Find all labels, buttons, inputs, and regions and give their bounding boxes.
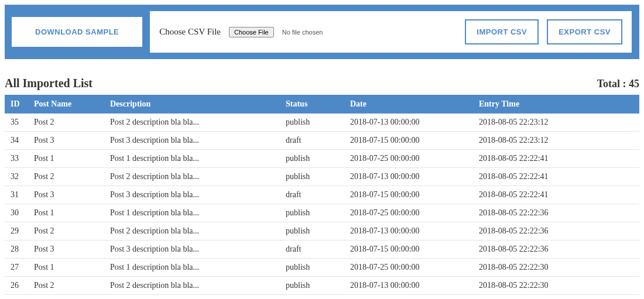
cell-date: 2018-07-13 00:00:00 — [344, 277, 473, 295]
cell-id: 26 — [5, 277, 28, 295]
cell-entry-time: 2018-08-05 22:23:12 — [473, 114, 639, 132]
col-status: Status — [280, 95, 344, 114]
table-row: 33Post 1Post 1 description bla bla...pub… — [5, 150, 639, 168]
cell-status: publish — [280, 168, 344, 186]
cell-id: 27 — [5, 259, 28, 277]
cell-entry-time: 2018-08-05 22:23:12 — [473, 132, 639, 150]
cell-post-name: Post 1 — [28, 204, 104, 222]
cell-entry-time: 2018-08-05 22:22:36 — [473, 240, 639, 259]
imported-table: ID Post Name Description Status Date Ent… — [5, 95, 639, 295]
cell-post-name: Post 3 — [28, 186, 104, 204]
cell-entry-time: 2018-08-05 22:22:41 — [473, 150, 639, 168]
cell-post-name: Post 3 — [28, 132, 104, 150]
table-row: 26Post 2Post 2 description bla bla...pub… — [5, 277, 639, 295]
cell-date: 2018-07-25 00:00:00 — [344, 259, 473, 277]
cell-date: 2018-07-13 00:00:00 — [344, 114, 473, 132]
cell-date: 2018-07-15 00:00:00 — [344, 132, 473, 150]
cell-description: Post 2 description bla bla... — [104, 114, 280, 132]
col-post-name: Post Name — [28, 95, 104, 114]
cell-post-name: Post 2 — [28, 222, 104, 240]
cell-id: 29 — [5, 222, 28, 240]
cell-id: 28 — [5, 240, 28, 259]
table-row: 35Post 2Post 2 description bla bla...pub… — [5, 114, 639, 132]
choose-file-button[interactable]: Choose File — [229, 27, 274, 37]
cell-entry-time: 2018-08-05 22:22:36 — [473, 222, 639, 240]
cell-date: 2018-07-13 00:00:00 — [344, 168, 473, 186]
table-row: 32Post 2Post 2 description bla bla...pub… — [5, 168, 639, 186]
cell-id: 30 — [5, 204, 28, 222]
col-description: Description — [104, 95, 280, 114]
cell-status: publish — [280, 222, 344, 240]
cell-post-name: Post 3 — [28, 240, 104, 259]
table-row: 27Post 1Post 1 description bla bla...pub… — [5, 259, 639, 277]
cell-status: publish — [280, 114, 344, 132]
cell-date: 2018-07-15 00:00:00 — [344, 240, 473, 259]
cell-id: 35 — [5, 114, 28, 132]
cell-status: publish — [280, 259, 344, 277]
cell-post-name: Post 2 — [28, 277, 104, 295]
cell-date: 2018-07-13 00:00:00 — [344, 222, 473, 240]
cell-description: Post 1 description bla bla... — [104, 259, 280, 277]
cell-id: 33 — [5, 150, 28, 168]
table-row: 34Post 3Post 3 description bla bla...dra… — [5, 132, 639, 150]
cell-post-name: Post 1 — [28, 259, 104, 277]
cell-status: draft — [280, 186, 344, 204]
cell-status: draft — [280, 240, 344, 259]
cell-description: Post 2 description bla bla... — [104, 222, 280, 240]
table-header-row: ID Post Name Description Status Date Ent… — [5, 95, 639, 114]
cell-date: 2018-07-25 00:00:00 — [344, 150, 473, 168]
cell-status: draft — [280, 132, 344, 150]
cell-post-name: Post 1 — [28, 150, 104, 168]
cell-description: Post 2 description bla bla... — [104, 168, 280, 186]
cell-entry-time: 2018-08-05 22:22:41 — [473, 168, 639, 186]
cell-id: 32 — [5, 168, 28, 186]
cell-entry-time: 2018-08-05 22:22:41 — [473, 186, 639, 204]
cell-id: 34 — [5, 132, 28, 150]
cell-entry-time: 2018-08-05 22:22:30 — [473, 277, 639, 295]
cell-id: 31 — [5, 186, 28, 204]
table-row: 30Post 1Post 1 description bla bla...pub… — [5, 204, 639, 222]
cell-date: 2018-07-25 00:00:00 — [344, 204, 473, 222]
page-title: All Imported List — [5, 77, 93, 90]
cell-description: Post 3 description bla bla... — [104, 186, 280, 204]
cell-status: publish — [280, 150, 344, 168]
cell-entry-time: 2018-08-05 22:22:30 — [473, 259, 639, 277]
choose-file-label: Choose CSV File — [159, 27, 221, 37]
import-csv-button[interactable]: IMPORT CSV — [465, 19, 539, 44]
col-entry-time: Entry Time — [473, 95, 639, 114]
cell-status: publish — [280, 277, 344, 295]
cell-description: Post 2 description bla bla... — [104, 277, 280, 295]
cell-post-name: Post 2 — [28, 114, 104, 132]
cell-entry-time: 2018-08-05 22:22:36 — [473, 204, 639, 222]
cell-status: publish — [280, 204, 344, 222]
col-id: ID — [5, 95, 28, 114]
cell-date: 2018-07-15 00:00:00 — [344, 186, 473, 204]
cell-description: Post 1 description bla bla... — [104, 204, 280, 222]
cell-post-name: Post 2 — [28, 168, 104, 186]
cell-description: Post 1 description bla bla... — [104, 150, 280, 168]
no-file-text: No file chosen — [282, 29, 323, 36]
total-count: Total : 45 — [597, 78, 639, 90]
col-date: Date — [344, 95, 473, 114]
cell-description: Post 3 description bla bla... — [104, 132, 280, 150]
table-row: 31Post 3Post 3 description bla bla...dra… — [5, 186, 639, 204]
download-sample-button[interactable]: DOWNLOAD SAMPLE — [12, 17, 142, 47]
table-row: 28Post 3Post 3 description bla bla...dra… — [5, 240, 639, 259]
list-header: All Imported List Total : 45 — [5, 77, 639, 90]
table-row: 29Post 2Post 2 description bla bla...pub… — [5, 222, 639, 240]
file-chooser-panel: Choose CSV File Choose File No file chos… — [149, 11, 632, 53]
cell-description: Post 3 description bla bla... — [104, 240, 280, 259]
toolbar: DOWNLOAD SAMPLE Choose CSV File Choose F… — [5, 5, 639, 59]
export-csv-button[interactable]: EXPORT CSV — [547, 19, 622, 44]
